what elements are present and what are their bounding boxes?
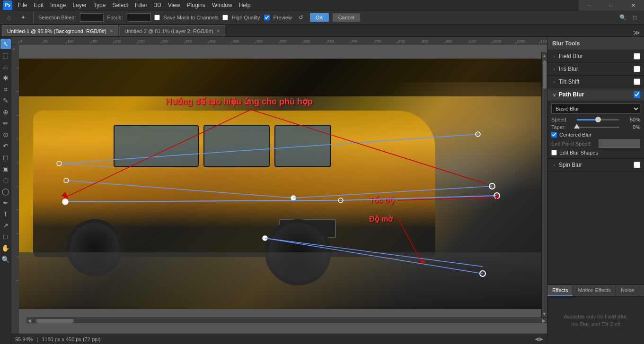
speed-slider-thumb[interactable] <box>595 117 601 122</box>
svg-text:50: 50 <box>44 39 48 43</box>
zoom-tool[interactable]: 🔍 <box>0 254 11 265</box>
menu-image[interactable]: Image <box>47 1 69 9</box>
scroll-down-arrow[interactable]: ▼ <box>542 311 547 317</box>
path-blur-section: ∨ Path Blur Basic Blur Rear Sync Flash S… <box>547 88 644 159</box>
workspace-icon[interactable]: □ <box>630 12 640 23</box>
taper-param-row: Taper: 0% <box>551 124 640 130</box>
spin-blur-checkbox[interactable] <box>634 162 640 168</box>
high-quality-checkbox[interactable] <box>222 15 228 20</box>
menu-file[interactable]: File <box>15 1 30 9</box>
scrollbar-v-thumb[interactable] <box>543 60 547 89</box>
path-blur-checkbox[interactable] <box>634 91 640 98</box>
panel-expand-icon[interactable]: ≫ <box>631 29 642 36</box>
svg-text:300: 300 <box>162 39 168 43</box>
close-button[interactable]: ✕ <box>622 0 644 10</box>
search-icon[interactable]: 🔍 <box>618 12 628 23</box>
high-quality-label: High Quality <box>232 15 260 20</box>
clone-tool[interactable]: ⊙ <box>0 129 11 140</box>
hand-tool[interactable]: ✋ <box>0 243 11 253</box>
scrollbar-h-thumb[interactable] <box>36 319 74 323</box>
menu-window[interactable]: Window <box>209 1 235 9</box>
spin-blur-label: Spin Blur <box>559 162 632 168</box>
selection-bleed-input[interactable] <box>80 13 104 22</box>
svg-text:950: 950 <box>469 39 476 43</box>
scroll-next[interactable]: ▶ <box>539 336 543 342</box>
scroll-up-arrow[interactable]: ▲ <box>542 53 547 58</box>
crop-tool[interactable]: ⌗ <box>0 84 11 95</box>
menu-type[interactable]: Type <box>90 1 108 9</box>
tilt-shift-checkbox[interactable] <box>634 78 640 85</box>
spin-blur-row[interactable]: › Spin Blur <box>547 159 644 171</box>
menu-edit[interactable]: Edit <box>31 1 46 9</box>
blur-tools-header: Blur Tools <box>547 37 644 50</box>
save-mask-checkbox[interactable] <box>154 15 160 20</box>
tab-motion-effects[interactable]: Motion Effects <box>573 285 616 296</box>
tab-noise[interactable]: Noise <box>616 285 639 296</box>
field-blur-row[interactable]: › Field Blur <box>547 50 644 62</box>
endpoint-speed-input[interactable] <box>599 139 640 148</box>
menu-select[interactable]: Select <box>109 1 131 9</box>
eraser-tool[interactable]: ◻ <box>0 152 11 163</box>
eyedropper-tool[interactable]: ✎ <box>0 95 11 106</box>
scrollbar-horizontal[interactable]: ◀ ▶ <box>26 318 547 323</box>
scroll-left-arrow[interactable]: ◀ <box>27 318 31 323</box>
brush-tool[interactable]: ✏ <box>0 118 11 129</box>
iris-blur-row[interactable]: › Iris Blur <box>547 63 644 75</box>
iris-blur-label: Iris Blur <box>559 66 632 72</box>
svg-text:0: 0 <box>12 48 16 50</box>
menu-view[interactable]: View <box>165 1 183 9</box>
reset-icon[interactable]: ↺ <box>296 12 306 23</box>
tab-untitled-2[interactable]: Untitled-2 @ 81.1% (Layer 2, RGB/8#) ✕ <box>119 25 225 36</box>
svg-text:1000: 1000 <box>493 39 502 43</box>
minimize-button[interactable]: — <box>579 0 600 10</box>
taper-slider-thumb[interactable] <box>574 124 580 129</box>
blur-tool[interactable]: ◌ <box>0 175 11 185</box>
svg-text:600: 600 <box>304 39 310 43</box>
preview-checkbox[interactable] <box>264 15 270 20</box>
tilt-shift-label: Tilt-Shift <box>559 78 632 85</box>
iris-blur-checkbox[interactable] <box>634 66 640 72</box>
menu-help[interactable]: Help <box>236 1 254 9</box>
centered-blur-checkbox[interactable] <box>551 132 557 138</box>
svg-text:1100: 1100 <box>540 39 547 43</box>
quick-select-tool[interactable]: ✱ <box>0 73 11 83</box>
pen-tool[interactable]: ✒ <box>0 198 11 208</box>
lasso-tool[interactable]: ⌓ <box>0 61 11 72</box>
tab-effects[interactable]: Effects <box>547 285 573 296</box>
scroll-right-arrow[interactable]: ▶ <box>542 318 546 323</box>
dodge-tool[interactable]: ◯ <box>0 186 11 197</box>
speed-slider-track[interactable] <box>577 119 619 120</box>
tilt-shift-section: › Tilt-Shift <box>547 76 644 88</box>
tool-options-icon[interactable]: ✦ <box>18 12 28 23</box>
home-icon[interactable]: ⌂ <box>4 12 14 23</box>
history-tool[interactable]: ↶ <box>0 141 11 151</box>
menu-3d[interactable]: 3D <box>151 1 164 9</box>
move-tool[interactable]: ↖ <box>0 39 11 49</box>
menu-filter[interactable]: Filter <box>132 1 150 9</box>
tab-untitled-1[interactable]: Untitled-1 @ 95.9% (Background, RGB/8#) … <box>2 25 118 36</box>
scrollbar-vertical[interactable]: ▲ ▼ <box>541 52 547 318</box>
shape-tool[interactable]: □ <box>0 232 11 242</box>
path-select-tool[interactable]: ↗ <box>0 220 11 231</box>
tilt-shift-row[interactable]: › Tilt-Shift <box>547 76 644 88</box>
heal-tool[interactable]: ⊕ <box>0 107 11 117</box>
focus-input[interactable] <box>127 13 150 22</box>
gradient-tool[interactable]: ▣ <box>0 163 11 174</box>
ok-button[interactable]: OK <box>310 13 329 22</box>
menu-layer[interactable]: Layer <box>70 1 89 9</box>
taper-slider-track[interactable] <box>577 127 619 128</box>
field-blur-checkbox[interactable] <box>634 53 640 60</box>
edit-blur-shapes-checkbox[interactable] <box>551 150 557 155</box>
marquee-tool[interactable]: ⬚ <box>0 50 11 60</box>
maximize-button[interactable]: □ <box>600 0 622 10</box>
cancel-button[interactable]: Cancel <box>333 13 360 22</box>
scroll-prev[interactable]: ◀ <box>535 336 538 342</box>
text-tool[interactable]: T <box>0 209 11 219</box>
tab-2-close[interactable]: ✕ <box>216 28 220 34</box>
menu-plugins[interactable]: Plugins <box>184 1 208 9</box>
blur-mode-dropdown[interactable]: Basic Blur Rear Sync Flash <box>551 103 640 114</box>
path-blur-row[interactable]: ∨ Path Blur <box>547 88 644 101</box>
tab-1-close[interactable]: ✕ <box>109 28 113 34</box>
tab-2-label: Untitled-2 @ 81.1% (Layer 2, RGB/8#) <box>124 28 213 34</box>
svg-text:350: 350 <box>185 39 192 43</box>
